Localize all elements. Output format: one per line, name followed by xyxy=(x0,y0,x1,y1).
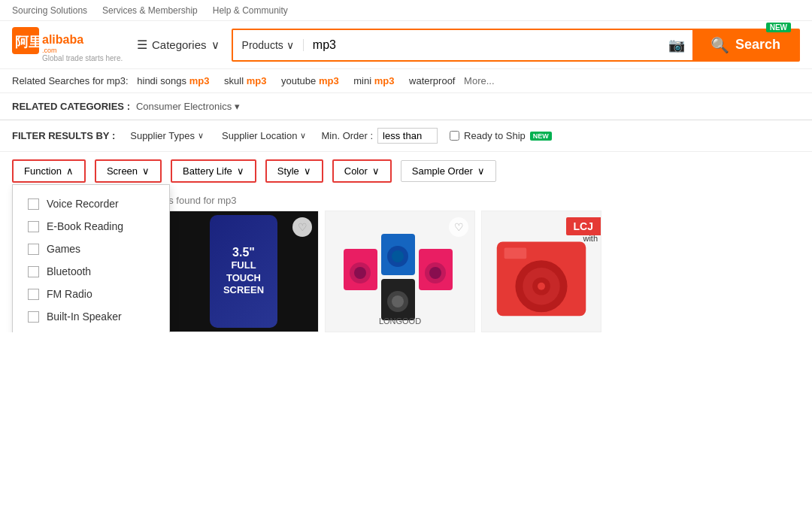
sourcing-solutions-link[interactable]: Sourcing Solutions xyxy=(12,5,87,16)
checkbox-games[interactable] xyxy=(28,244,39,255)
attr-filters-row: Function ∧ Voice Recorder E-Book Reading xyxy=(12,152,496,190)
function-dropdown: Voice Recorder E-Book Reading Games Blue… xyxy=(12,184,170,332)
sample-order-button[interactable]: Sample Order ∨ xyxy=(401,160,496,182)
with-text: with xyxy=(583,234,598,243)
phone-screen-text: SCREEN xyxy=(223,284,264,297)
style-filter-button[interactable]: Style ∨ xyxy=(265,159,323,183)
related-search-skull[interactable]: skull mp3 xyxy=(224,75,266,86)
category-chevron: ∨ xyxy=(286,39,294,51)
category-label: Products xyxy=(242,39,283,51)
phone-size-text: 3.5" xyxy=(232,246,255,259)
related-search-waterproof[interactable]: waterproof xyxy=(409,75,455,86)
fm-radio-label: FM Radio xyxy=(47,288,92,300)
product-card-4: LCJ with xyxy=(481,211,601,332)
sample-order-chevron: ∨ xyxy=(477,165,485,177)
svg-text:.com: .com xyxy=(42,47,57,54)
product-image-2: ♡ 3.5" FULL TOUCH SCREEN xyxy=(169,211,318,332)
dropdown-item-voice-recorder[interactable]: Voice Recorder xyxy=(13,192,169,215)
camera-icon[interactable]: 📷 xyxy=(661,37,692,53)
related-categories: RELATED CATEGORIES : Consumer Electronic… xyxy=(0,93,812,120)
svg-point-16 xyxy=(354,267,366,279)
chevron-down-icon: ▾ xyxy=(235,101,240,112)
logo: 阿里 alibaba .com Global trade starts here… xyxy=(12,27,125,62)
filter-bar: FILTER RESULTS BY : Supplier Types ∨ Sup… xyxy=(0,120,812,152)
sample-order-label: Sample Order xyxy=(412,165,473,177)
wishlist-icon-3[interactable]: ♡ xyxy=(449,217,468,237)
dropdown-item-microphone[interactable]: Microphone xyxy=(13,328,169,332)
screen-chevron: ∨ xyxy=(142,165,150,177)
related-search-youtube[interactable]: youtube mp3 xyxy=(281,75,339,86)
color-filter-button[interactable]: Color ∨ xyxy=(332,159,392,183)
logo-tagline: Global trade starts here. xyxy=(42,54,125,62)
search-label: Search xyxy=(735,37,780,53)
supplier-types-chevron: ∨ xyxy=(198,131,204,141)
svg-point-19 xyxy=(392,250,404,262)
related-searches: Related Searches for mp3: hindi songs mp… xyxy=(0,69,812,93)
checkbox-bluetooth[interactable] xyxy=(28,266,39,277)
category-name: Consumer Electronics xyxy=(136,101,232,112)
ready-to-ship-area: Ready to Ship NEW xyxy=(450,130,552,141)
ebook-label: E-Book Reading xyxy=(47,220,123,232)
mp3-players-image: LONGOOD xyxy=(336,219,464,324)
dropdown-item-ebook[interactable]: E-Book Reading xyxy=(13,215,169,238)
phone-touch-text: TOUCH xyxy=(226,272,261,285)
product-card-2: ♡ 3.5" FULL TOUCH SCREEN xyxy=(168,211,319,332)
dropdown-item-fm-radio[interactable]: FM Radio xyxy=(13,283,169,305)
svg-point-25 xyxy=(392,295,404,308)
min-order-label: Min. Order : xyxy=(321,130,373,141)
function-label: Function xyxy=(24,165,62,177)
svg-text:阿里: 阿里 xyxy=(15,35,42,50)
color-chevron: ∨ xyxy=(372,165,380,177)
related-searches-label: Related Searches for mp3: xyxy=(12,75,129,86)
svg-point-22 xyxy=(429,267,441,279)
related-categories-value[interactable]: Consumer Electronics ▾ xyxy=(136,101,240,112)
battery-life-filter-button[interactable]: Battery Life ∨ xyxy=(171,159,256,183)
related-search-mini[interactable]: mini mp3 xyxy=(353,75,394,86)
voice-recorder-label: Voice Recorder xyxy=(47,198,119,210)
svg-text:LONGOOD: LONGOOD xyxy=(379,317,421,324)
product-image-4: LCJ with xyxy=(482,211,601,332)
battery-life-chevron: ∨ xyxy=(237,165,244,177)
dropdown-item-games[interactable]: Games xyxy=(13,238,169,260)
supplier-types-filter[interactable]: Supplier Types ∨ xyxy=(127,129,207,143)
dropdown-item-bluetooth[interactable]: Bluetooth xyxy=(13,260,169,283)
product-image-3: ♡ LONGOOD xyxy=(326,211,474,332)
ready-to-ship-label: Ready to Ship xyxy=(464,130,526,141)
categories-button[interactable]: ☰ Categories ∨ xyxy=(137,38,220,52)
related-search-hindi[interactable]: hindi songs mp3 xyxy=(137,75,209,86)
checkbox-voice-recorder[interactable] xyxy=(28,198,39,210)
search-icon: 🔍 xyxy=(710,36,729,54)
svg-point-31 xyxy=(538,283,545,290)
checkbox-built-in-speaker[interactable] xyxy=(28,311,39,323)
search-category-dropdown[interactable]: Products ∨ xyxy=(233,39,304,51)
top-nav: Sourcing Solutions Services & Membership… xyxy=(0,0,812,21)
more-searches[interactable]: More... xyxy=(464,75,494,86)
function-filter-wrapper: Function ∧ Voice Recorder E-Book Reading xyxy=(12,159,86,183)
supplier-location-chevron: ∨ xyxy=(300,131,306,141)
ready-to-ship-checkbox[interactable] xyxy=(450,131,459,141)
min-order-input[interactable] xyxy=(377,128,438,144)
brand-label: LCJ xyxy=(566,217,601,235)
supplier-types-label: Supplier Types xyxy=(130,130,195,141)
battery-life-label: Battery Life xyxy=(183,165,232,177)
alibaba-logo: 阿里 alibaba .com xyxy=(12,27,125,57)
dropdown-item-built-in-speaker[interactable]: Built-In Speaker xyxy=(13,305,169,328)
services-link[interactable]: Services & Membership xyxy=(102,5,198,16)
screen-filter-button[interactable]: Screen ∨ xyxy=(95,159,162,183)
built-in-speaker-label: Built-In Speaker xyxy=(47,311,122,323)
bluetooth-label: Bluetooth xyxy=(47,265,91,277)
function-filter-button[interactable]: Function ∧ xyxy=(12,159,86,183)
help-link[interactable]: Help & Community xyxy=(213,5,288,16)
checkbox-ebook[interactable] xyxy=(28,221,39,232)
supplier-location-filter[interactable]: Supplier Location ∨ xyxy=(219,129,309,143)
wishlist-icon-2[interactable]: ♡ xyxy=(292,217,312,237)
related-categories-label: RELATED CATEGORIES : xyxy=(12,101,130,112)
page-wrapper: Sourcing Solutions Services & Membership… xyxy=(0,0,812,332)
style-label: Style xyxy=(277,165,299,177)
search-bar: Products ∨ 📷 NEW 🔍 Search xyxy=(232,29,800,62)
search-button[interactable]: NEW 🔍 Search xyxy=(692,30,798,60)
style-chevron: ∨ xyxy=(304,165,311,177)
checkbox-fm-radio[interactable] xyxy=(28,289,39,300)
color-label: Color xyxy=(344,165,368,177)
search-input[interactable] xyxy=(304,38,661,52)
